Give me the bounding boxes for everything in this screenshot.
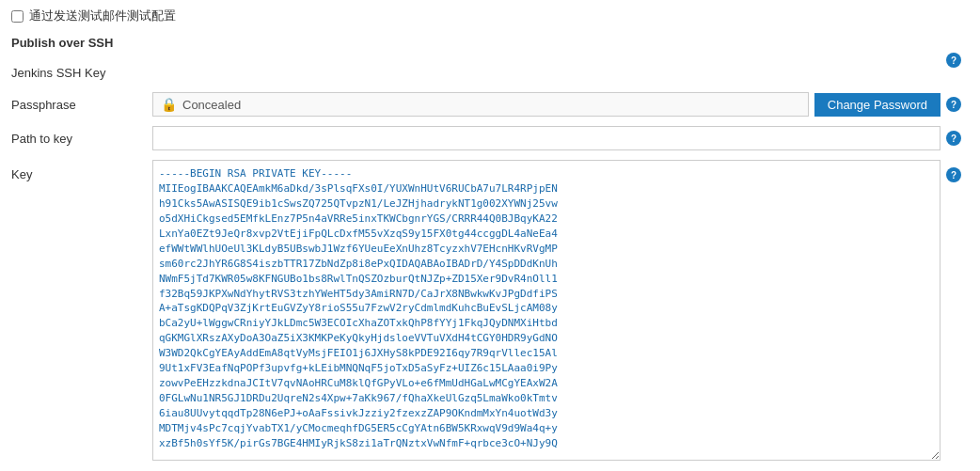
jenkins-ssh-key-row: Jenkins SSH Key ?: [0, 55, 980, 87]
key-label: Key: [11, 160, 152, 181]
change-password-button[interactable]: Change Password: [814, 93, 940, 117]
jenkins-ssh-key-label-text: Jenkins SSH Key: [11, 66, 105, 80]
passphrase-help-icon[interactable]: ?: [946, 97, 961, 112]
key-input-col: -----BEGIN RSA PRIVATE KEY----- MIIEogIB…: [152, 160, 969, 461]
section-title: Publish over SSH: [11, 36, 113, 50]
path-to-key-input[interactable]: [152, 126, 940, 150]
key-row: Key -----BEGIN RSA PRIVATE KEY----- MIIE…: [0, 155, 980, 465]
top-bar: 通过发送测试邮件测试配置: [0, 0, 980, 32]
path-to-key-label-text: Path to key: [11, 132, 72, 146]
passphrase-row: Passphrase 🔒 Concealed Change Password ?: [0, 87, 980, 121]
jenkins-ssh-key-help-icon[interactable]: ?: [946, 53, 961, 68]
test-email-label: 通过发送测试邮件测试配置: [29, 8, 176, 24]
bottom-bar: 保存 应用: [0, 465, 980, 471]
test-email-checkbox[interactable]: [11, 10, 24, 23]
passphrase-input-col: 🔒 Concealed Change Password ?: [152, 92, 969, 117]
path-to-key-row: Path to key ?: [0, 121, 980, 155]
path-to-key-input-col: ?: [152, 126, 969, 150]
path-to-key-help-icon[interactable]: ?: [946, 131, 961, 146]
path-to-key-label: Path to key: [11, 126, 152, 146]
test-email-text: 通过发送测试邮件测试配置: [29, 8, 176, 23]
section-header: Publish over SSH: [0, 32, 980, 55]
key-textarea[interactable]: -----BEGIN RSA PRIVATE KEY----- MIIEogIB…: [152, 160, 940, 461]
key-label-text: Key: [11, 167, 32, 181]
passphrase-label: Passphrase: [11, 92, 152, 112]
jenkins-ssh-key-label: Jenkins SSH Key: [11, 60, 152, 80]
passphrase-label-text: Passphrase: [11, 98, 76, 112]
form-container: Jenkins SSH Key ? Passphrase 🔒 Concealed…: [0, 55, 980, 465]
lock-icon: 🔒: [161, 97, 177, 112]
passphrase-concealed-text: Concealed: [182, 98, 800, 112]
key-help-icon[interactable]: ?: [946, 167, 961, 182]
page-wrapper: 通过发送测试邮件测试配置 Publish over SSH Jenkins SS…: [0, 0, 980, 471]
passphrase-input-wrap: 🔒 Concealed: [152, 92, 809, 117]
